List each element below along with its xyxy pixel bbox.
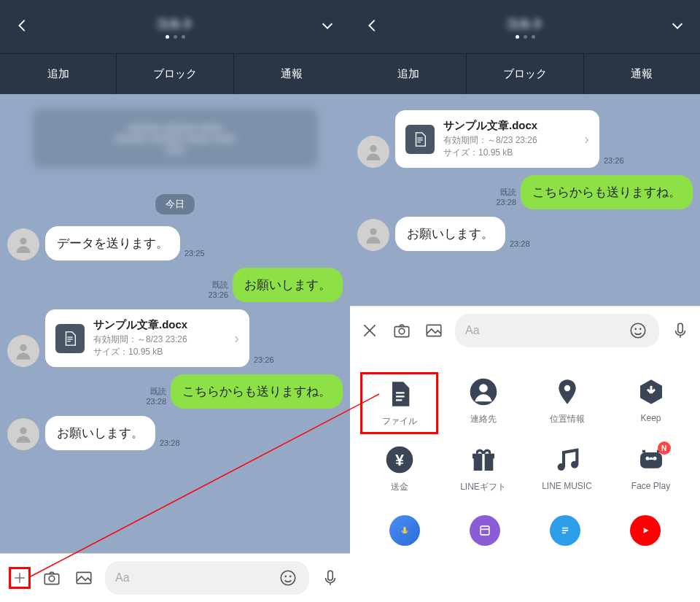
back-button[interactable] bbox=[15, 18, 31, 36]
attach-label: ファイル bbox=[382, 415, 417, 428]
add-button[interactable]: 追加 bbox=[0, 54, 117, 94]
gallery-button[interactable] bbox=[423, 320, 445, 341]
message-time: 23:28 bbox=[510, 239, 530, 248]
file-name: サンプル文章.docx bbox=[443, 119, 575, 133]
back-button[interactable] bbox=[365, 18, 381, 36]
file-expiry: 有効期間：～8/23 23:26 bbox=[93, 333, 225, 346]
attach-faceplay[interactable]: N Face Play bbox=[609, 437, 693, 501]
message-row: お願いします。 23:28 bbox=[7, 416, 343, 450]
gallery-button[interactable] bbox=[73, 567, 95, 589]
incoming-message[interactable]: お願いします。 bbox=[45, 416, 155, 450]
svg-point-6 bbox=[49, 576, 55, 582]
outgoing-message[interactable]: こちらからも送りますね。 bbox=[521, 175, 693, 209]
attach-extra-2[interactable] bbox=[470, 515, 500, 546]
faceplay-icon: N bbox=[636, 444, 666, 475]
blurred-system-message: xxxxxxx xxxxxxx xxxxxxxxxxxx xxxxxxx xxx… bbox=[33, 109, 318, 168]
action-bar: 追加 ブロック 通報 bbox=[0, 53, 350, 94]
document-icon bbox=[405, 125, 435, 154]
date-separator: 今日 bbox=[155, 194, 195, 215]
message-row: サンプル文章.docx 有効期間：～8/23 23:26 サイズ：10.95 k… bbox=[7, 309, 343, 367]
contact-icon bbox=[468, 377, 499, 407]
camera-button[interactable] bbox=[41, 567, 63, 589]
input-placeholder: Aa bbox=[465, 324, 480, 337]
report-button[interactable]: 通報 bbox=[584, 54, 700, 94]
file-attachment[interactable]: サンプル文章.docx 有効期間：～8/23 23:26 サイズ：10.95 k… bbox=[45, 309, 249, 367]
file-attachment[interactable]: サンプル文章.docx 有効期間：～8/23 23:26 サイズ：10.95 k… bbox=[395, 110, 599, 168]
avatar[interactable] bbox=[7, 335, 39, 367]
voice-button[interactable] bbox=[319, 567, 341, 589]
svg-rect-11 bbox=[328, 571, 333, 580]
attach-location[interactable]: 位置情報 bbox=[525, 369, 609, 437]
outgoing-message[interactable]: お願いします。 bbox=[233, 268, 343, 302]
message-time: 23:26 bbox=[604, 156, 624, 165]
message-time: 23:25 bbox=[184, 249, 205, 258]
block-button[interactable]: ブロック bbox=[467, 54, 583, 94]
svg-point-10 bbox=[290, 576, 291, 576]
incoming-message[interactable]: お願いします。 bbox=[395, 217, 505, 251]
svg-point-25 bbox=[564, 385, 569, 391]
attach-extra-1[interactable] bbox=[389, 515, 420, 546]
action-bar: 追加 ブロック 通報 bbox=[350, 53, 700, 94]
chevron-right-icon: › bbox=[234, 330, 239, 347]
message-time: 23:28 bbox=[146, 397, 166, 406]
attach-contact[interactable]: 連絡先 bbox=[441, 369, 525, 437]
attach-row-3 bbox=[350, 508, 700, 553]
document-icon bbox=[55, 324, 85, 353]
money-icon: ¥ bbox=[384, 444, 415, 475]
svg-text:¥: ¥ bbox=[394, 451, 403, 469]
svg-point-1 bbox=[20, 344, 26, 351]
attach-music[interactable]: LINE MUSIC bbox=[525, 437, 609, 501]
read-status: 既読 bbox=[212, 279, 228, 290]
keep-icon bbox=[636, 377, 666, 407]
attach-file[interactable]: ファイル bbox=[360, 372, 438, 434]
attach-label: LINE MUSIC bbox=[542, 481, 592, 491]
report-button[interactable]: 通報 bbox=[234, 54, 350, 94]
svg-point-12 bbox=[370, 145, 376, 152]
attach-label: LINEギフト bbox=[460, 481, 506, 493]
add-button[interactable]: 追加 bbox=[350, 54, 467, 94]
message-input[interactable]: Aa bbox=[105, 561, 309, 595]
attach-label: 送金 bbox=[391, 481, 408, 493]
input-placeholder: Aa bbox=[115, 571, 130, 584]
menu-dropdown[interactable] bbox=[319, 18, 335, 36]
svg-rect-37 bbox=[648, 458, 653, 460]
avatar[interactable] bbox=[7, 228, 39, 261]
menu-dropdown[interactable] bbox=[669, 18, 685, 36]
incoming-message[interactable]: データを送ります。 bbox=[45, 226, 180, 261]
message-row: 既読23:26 お願いします。 bbox=[7, 268, 343, 302]
chat-title-area: コルト bbox=[155, 15, 195, 39]
emoji-button[interactable] bbox=[277, 567, 299, 589]
close-attach-button[interactable] bbox=[359, 320, 381, 341]
chat-messages[interactable]: xxxxxxx xxxxxxx xxxxxxxxxxxx xxxxxxx xxx… bbox=[0, 94, 350, 553]
attach-label: Face Play bbox=[631, 481, 670, 491]
svg-point-0 bbox=[20, 238, 26, 244]
block-button[interactable]: ブロック bbox=[117, 54, 233, 94]
attach-label: 位置情報 bbox=[550, 413, 585, 425]
emoji-button[interactable] bbox=[627, 320, 649, 341]
avatar[interactable] bbox=[357, 219, 389, 251]
attach-gift[interactable]: LINEギフト bbox=[441, 437, 525, 501]
avatar[interactable] bbox=[357, 136, 389, 168]
file-size: サイズ：10.95 kB bbox=[443, 147, 575, 159]
file-expiry: 有効期間：～8/23 23:26 bbox=[443, 134, 575, 147]
camera-button[interactable] bbox=[391, 320, 413, 341]
outgoing-message[interactable]: こちらからも送りますね。 bbox=[171, 374, 343, 409]
attach-money[interactable]: ¥ 送金 bbox=[357, 437, 441, 501]
attach-extra-3[interactable] bbox=[550, 515, 580, 546]
attach-keep[interactable]: Keep bbox=[609, 369, 693, 437]
message-row: サンプル文章.docx 有効期間：～8/23 23:26 サイズ：10.95 k… bbox=[357, 110, 693, 168]
music-icon bbox=[552, 444, 583, 475]
chat-messages[interactable]: サンプル文章.docx 有効期間：～8/23 23:26 サイズ：10.95 k… bbox=[350, 94, 700, 306]
message-input[interactable]: Aa bbox=[455, 314, 659, 347]
attach-button[interactable] bbox=[9, 567, 31, 589]
svg-point-13 bbox=[370, 228, 376, 235]
svg-point-8 bbox=[281, 571, 295, 585]
attach-extra-4[interactable] bbox=[630, 515, 661, 546]
message-time: 23:28 bbox=[160, 439, 180, 447]
voice-button[interactable] bbox=[669, 320, 691, 341]
message-row: 既読23:28 こちらからも送りますね。 bbox=[357, 175, 693, 209]
attach-label: Keep bbox=[640, 413, 661, 423]
svg-rect-39 bbox=[481, 526, 489, 535]
svg-rect-38 bbox=[403, 527, 405, 533]
avatar[interactable] bbox=[7, 418, 39, 450]
